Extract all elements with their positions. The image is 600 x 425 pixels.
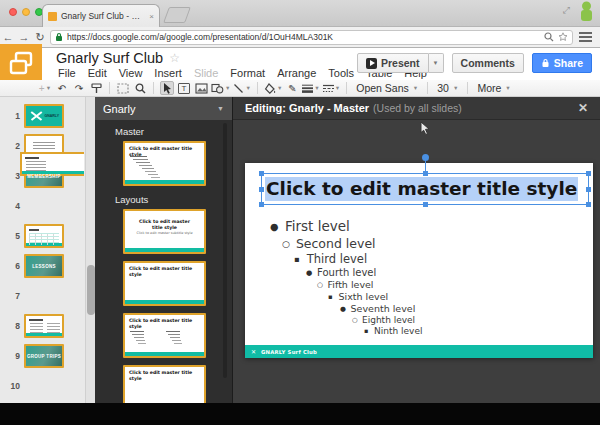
slide-thumbnail[interactable] [20, 152, 84, 176]
more-toolbar-button[interactable]: More▼ [474, 82, 513, 94]
filmstrip-slide[interactable]: 6 Lessons [0, 254, 84, 278]
textbox-tool-button[interactable]: T [177, 81, 191, 95]
layout-thumbnail[interactable]: Click to edit master title style Click t… [123, 209, 206, 254]
close-window-button[interactable] [9, 8, 17, 16]
slide-thumbnail[interactable] [24, 314, 64, 338]
menu-item[interactable]: Format [224, 67, 271, 79]
filmstrip-scrollbar-thumb[interactable] [87, 265, 95, 315]
window-resize-icon[interactable]: ⤢ [563, 5, 570, 16]
insert-shape-button[interactable]: ▼ [211, 81, 230, 95]
slides-logo[interactable] [0, 44, 42, 84]
browser-tab[interactable]: Gnarly Surf Club - Googl × [42, 4, 160, 27]
bullet-line[interactable]: ▪ Sixth level [265, 291, 565, 302]
bullet-line[interactable]: ● Seventh level [265, 303, 565, 314]
menu-item[interactable]: Arrange [271, 67, 322, 79]
chrome-menu-icon[interactable] [579, 32, 592, 42]
resize-handle[interactable] [586, 171, 591, 176]
slide-thumbnail[interactable] [24, 224, 64, 248]
redo-button[interactable]: ↷ [72, 81, 86, 95]
bullet-text: Second level [296, 236, 376, 251]
rotation-handle[interactable] [422, 154, 429, 161]
slide-canvas[interactable]: Click to edit master title style ● First… [245, 163, 593, 358]
tab-close-icon[interactable]: × [149, 12, 154, 21]
star-document-icon[interactable]: ☆ [169, 51, 180, 65]
present-dropdown-caret[interactable]: ▼ [429, 53, 444, 73]
comments-button[interactable]: Comments [452, 53, 524, 73]
paint-format-button[interactable] [89, 81, 103, 95]
resize-handle[interactable] [259, 187, 264, 192]
close-master-editor-icon[interactable]: ✕ [578, 101, 588, 115]
body-placeholder[interactable]: ● First level ○ Second level ▪ Third lev… [265, 218, 565, 336]
new-tab-button[interactable] [163, 7, 191, 23]
fit-zoom-button[interactable] [116, 81, 130, 95]
bullet-line[interactable]: ● Fourth level [265, 267, 565, 278]
url-field[interactable]: https://docs.google.com/a/google.com/pre… [50, 30, 573, 45]
line-weight-button[interactable]: ▼ [302, 81, 319, 95]
filmstrip-slide[interactable]: 4 [0, 194, 84, 218]
reload-button[interactable]: ↻ [32, 31, 48, 44]
profile-icon[interactable] [579, 1, 594, 21]
resize-handle[interactable] [259, 171, 264, 176]
slide-thumbnail[interactable]: Group Trips [24, 344, 64, 368]
mouse-cursor [420, 121, 431, 136]
resize-handle[interactable] [586, 202, 591, 207]
master-title-text[interactable]: Click to edit master title style [265, 178, 578, 199]
insert-image-button[interactable] [194, 81, 208, 95]
present-button[interactable]: Present [357, 53, 429, 73]
bullet-line[interactable]: ○ Eighth level [265, 315, 565, 325]
select-tool-button[interactable] [160, 81, 174, 95]
line-dash-button[interactable]: ▼ [323, 81, 340, 95]
zoom-page-icon[interactable] [544, 32, 554, 42]
footer-text: GNARLY Surf Club [261, 349, 317, 355]
bullet-line[interactable]: ▪ Ninth level [265, 326, 565, 336]
font-size-select[interactable]: 30▼ [434, 82, 461, 94]
bullet-line[interactable]: ● First level [265, 218, 565, 234]
filmstrip-slide[interactable]: 8 [0, 314, 84, 338]
menu-item[interactable]: Insert [148, 67, 188, 79]
bullet-line[interactable]: ○ Second level [265, 236, 565, 251]
layout-thumbnail[interactable]: Click to edit master title style [123, 365, 206, 403]
master-panel-scrollbar[interactable] [223, 123, 227, 378]
menu-item[interactable]: Edit [82, 67, 113, 79]
new-slide-button[interactable]: +▼ [38, 81, 52, 95]
document-title[interactable]: Gnarly Surf Club [56, 50, 163, 66]
theme-dropdown-caret[interactable]: ▼ [217, 105, 224, 112]
theme-header[interactable]: Gnarly ▼ [95, 97, 232, 120]
line-color-button[interactable]: ✎ [285, 81, 299, 95]
filmstrip-slide[interactable]: 1 GNARLY [0, 104, 84, 128]
bullet-line[interactable]: ○ Fifth level [265, 279, 565, 290]
undo-button[interactable]: ↶ [55, 81, 69, 95]
insert-line-button[interactable]: ▼ [233, 81, 250, 95]
title-placeholder[interactable]: Click to edit master title style [261, 173, 589, 205]
zoom-button[interactable] [133, 81, 147, 95]
menu-item[interactable]: Slide [188, 67, 224, 79]
forward-button[interactable]: → [16, 31, 32, 43]
filmstrip-slide[interactable]: 10 [0, 374, 84, 398]
layout-thumbnail[interactable]: Click to edit master title style [123, 261, 206, 306]
menu-item[interactable]: View [113, 67, 149, 79]
bullet-line[interactable]: ▪ Third level [265, 252, 565, 266]
menu-item[interactable]: File [52, 67, 82, 79]
master-thumbnail[interactable]: Click to edit master title style [123, 141, 206, 186]
back-button[interactable]: ← [0, 31, 16, 43]
filmstrip-slide[interactable]: 5 [0, 224, 84, 248]
slide-thumbnail[interactable]: Lessons [24, 254, 64, 278]
filmstrip-scrollbar[interactable] [85, 97, 95, 403]
minimize-window-button[interactable] [22, 8, 30, 16]
share-button[interactable]: Share [532, 53, 592, 73]
bookmark-star-icon[interactable] [558, 32, 568, 42]
slide-footer-bar[interactable]: ✕ GNARLY Surf Club [245, 345, 593, 358]
fill-color-button[interactable]: ▼ [264, 81, 282, 95]
menu-item[interactable]: Tools [322, 67, 360, 79]
slide-thumbnail-label: GNARLY [45, 114, 59, 118]
filmstrip-slide[interactable]: 7 [0, 284, 84, 308]
font-family-select[interactable]: Open Sans▼ [353, 82, 421, 94]
resize-handle[interactable] [586, 187, 591, 192]
master-editing-area: Editing: Gnarly - Master (Used by all sl… [233, 97, 600, 403]
resize-handle[interactable] [423, 171, 428, 176]
resize-handle[interactable] [259, 202, 264, 207]
filmstrip-slide[interactable]: 9 Group Trips [0, 344, 84, 368]
slide-thumbnail[interactable]: GNARLY [24, 104, 64, 128]
resize-handle[interactable] [423, 202, 428, 207]
layout-thumbnail[interactable]: Click to edit master title style [123, 313, 206, 358]
